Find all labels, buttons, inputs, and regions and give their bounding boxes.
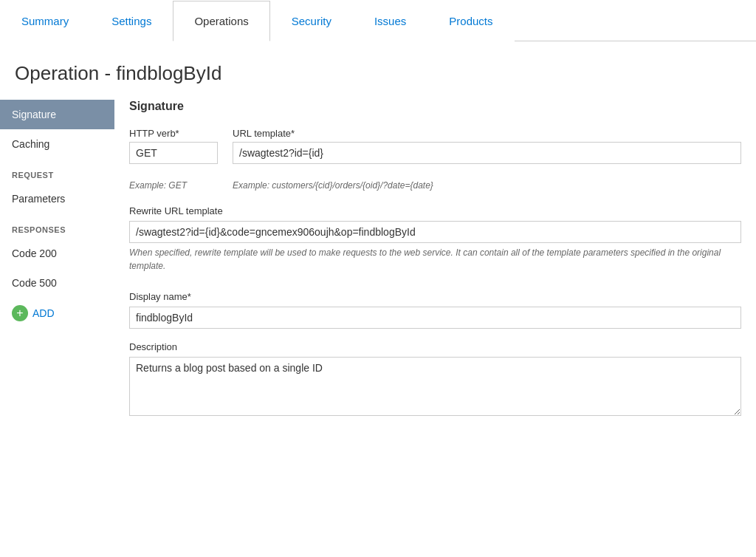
display-name-section: Display name* — [129, 290, 741, 329]
tab-issues[interactable]: Issues — [353, 1, 427, 41]
tab-products[interactable]: Products — [427, 1, 514, 41]
description-label: Description — [129, 341, 177, 352]
page-title: Operation - findblogById — [0, 41, 756, 100]
sidebar: Signature Caching REQUEST Parameters RES… — [0, 100, 114, 543]
url-template-group: URL template* — [233, 128, 741, 164]
display-name-input[interactable] — [129, 307, 741, 329]
main-layout: Signature Caching REQUEST Parameters RES… — [0, 100, 756, 543]
rewrite-url-label: Rewrite URL template — [129, 205, 741, 216]
description-input[interactable] — [129, 357, 741, 416]
signature-heading: Signature — [129, 100, 741, 113]
display-name-label: Display name* — [129, 291, 191, 302]
url-template-example-text: Example: customers/{cid}/orders/{oid}/?d… — [233, 180, 433, 191]
url-template-input[interactable] — [233, 142, 741, 164]
tab-operations[interactable]: Operations — [173, 1, 269, 41]
sidebar-section-request: REQUEST — [0, 159, 114, 184]
description-section: Description — [129, 341, 741, 418]
add-circle-icon: + — [12, 305, 28, 321]
examples-row: Example: GET Example: customers/{cid}/or… — [129, 179, 741, 191]
add-label: ADD — [32, 307, 55, 319]
sidebar-item-signature[interactable]: Signature — [0, 100, 114, 129]
http-verb-label: HTTP verb* — [129, 128, 218, 139]
sidebar-item-code200[interactable]: Code 200 — [0, 239, 114, 268]
http-verb-group: HTTP verb* — [129, 128, 218, 164]
tab-settings[interactable]: Settings — [90, 1, 173, 41]
rewrite-hint: When specified, rewrite template will be… — [129, 246, 741, 273]
sidebar-item-parameters[interactable]: Parameters — [0, 184, 114, 213]
tab-security[interactable]: Security — [270, 1, 353, 41]
url-example-container: Example: customers/{cid}/orders/{oid}/?d… — [233, 179, 741, 191]
tab-summary[interactable]: Summary — [0, 1, 90, 41]
url-template-label: URL template* — [233, 128, 741, 139]
content-area: Signature HTTP verb* URL template* Examp… — [114, 100, 756, 543]
sidebar-section-responses: RESPONSES — [0, 213, 114, 239]
sidebar-item-caching[interactable]: Caching — [0, 129, 114, 159]
http-verb-example-text: Example: GET — [129, 180, 187, 191]
http-verb-input[interactable] — [129, 142, 218, 164]
nav-tabs: Summary Settings Operations Security Iss… — [0, 0, 756, 41]
add-button[interactable]: + ADD — [0, 298, 114, 329]
rewrite-section: Rewrite URL template When specified, rew… — [129, 205, 741, 273]
rewrite-url-input[interactable] — [129, 221, 741, 243]
http-verb-example: Example: GET — [129, 179, 218, 191]
http-url-row: HTTP verb* URL template* — [129, 128, 741, 176]
sidebar-item-code500[interactable]: Code 500 — [0, 268, 114, 298]
